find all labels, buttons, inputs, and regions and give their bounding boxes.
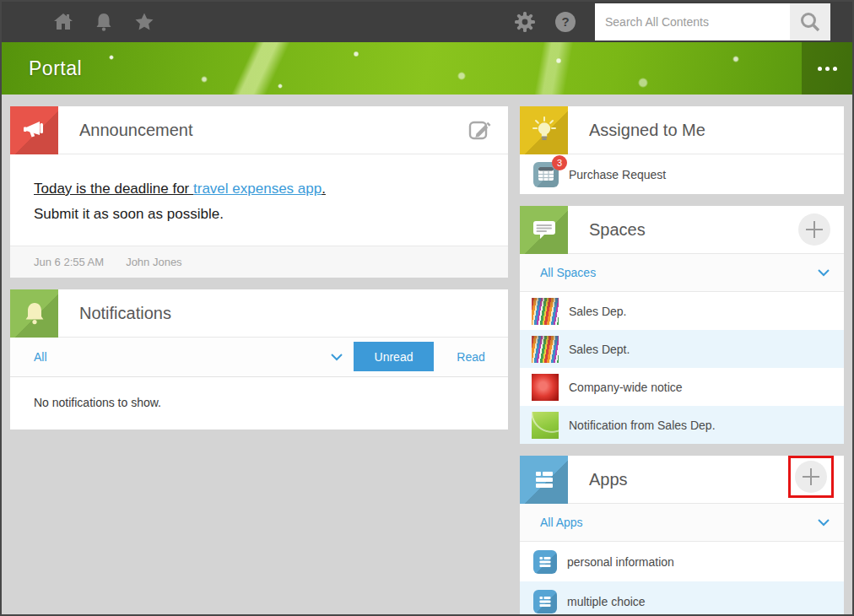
space-thumbnail-pencils <box>532 298 559 325</box>
portal-screen: ? Portal <box>0 0 854 616</box>
global-search <box>595 3 830 41</box>
space-item-company-wide-notice[interactable]: Company-wide notice <box>520 368 844 406</box>
notifications-header: Notifications <box>10 289 508 338</box>
notifications-empty-message: No notifications to show. <box>10 377 508 430</box>
plus-icon <box>805 220 824 239</box>
search-icon <box>799 11 821 33</box>
add-app-button[interactable] <box>795 461 827 493</box>
notifications-filter-value: All <box>34 350 47 364</box>
space-thumbnail-pencils <box>532 336 559 363</box>
notifications-filter-dropdown[interactable]: All <box>10 338 354 376</box>
announcement-footer: Jun 6 2:55 AM John Jones <box>10 246 508 278</box>
announcement-header: Announcement <box>10 106 508 154</box>
space-thumbnail-leaf <box>532 412 559 439</box>
chevron-down-icon <box>330 353 343 361</box>
unread-tab[interactable]: Unread <box>354 342 434 371</box>
help-icon[interactable]: ? <box>554 11 576 33</box>
portal-content: Announcement Today is the deadline for t… <box>2 95 852 616</box>
notifications-title: Notifications <box>79 304 171 323</box>
unread-count-badge: 3 <box>552 155 567 170</box>
red-annotation-rectangle <box>788 456 834 498</box>
speech-bubble-icon <box>520 206 568 254</box>
hamburger-menu-icon[interactable] <box>10 14 32 30</box>
assigned-item-purchase-request[interactable]: 3 Purchase Request <box>520 154 844 194</box>
lightbulb-icon <box>520 106 568 154</box>
top-navigation-bar: ? <box>2 2 852 42</box>
star-icon[interactable] <box>133 11 155 33</box>
spaces-filter-value: All Spaces <box>540 266 596 279</box>
svg-text:?: ? <box>561 14 569 29</box>
announcement-timestamp: Jun 6 2:55 AM <box>34 256 104 268</box>
space-item-notification-from-sales-dep[interactable]: Notification from Sales Dep. <box>520 406 844 444</box>
more-options-button[interactable] <box>802 42 852 95</box>
announcement-body: Today is the deadline for travel expense… <box>10 154 508 246</box>
app-list-icon <box>533 550 557 574</box>
announcement-title: Announcement <box>79 121 193 140</box>
chevron-down-icon <box>817 518 830 527</box>
notifications-filter-bar: All Unread Read <box>10 338 508 377</box>
space-thumbnail-rose <box>532 374 559 401</box>
purchase-request-app-icon: 3 <box>533 162 559 187</box>
read-tab[interactable]: Read <box>434 338 508 376</box>
edit-announcement-button[interactable] <box>466 116 493 145</box>
assigned-title: Assigned to Me <box>589 121 705 140</box>
app-item-multiple-choice[interactable]: multiple choice <box>520 581 844 616</box>
megaphone-icon <box>10 106 58 154</box>
edit-pencil-icon <box>466 116 493 143</box>
spaces-header: Spaces <box>520 206 844 254</box>
right-column: Assigned to Me 3 Purchase Request <box>520 106 844 616</box>
app-list-icon <box>533 590 557 613</box>
space-item-sales-dept[interactable]: Sales Dept. <box>520 330 844 368</box>
spaces-title: Spaces <box>589 220 646 240</box>
bell-icon[interactable] <box>93 11 115 33</box>
travel-expenses-app-link[interactable]: travel expenses app <box>193 181 322 197</box>
announcement-author: John Jones <box>126 256 182 268</box>
assigned-to-me-widget: Assigned to Me 3 Purchase Request <box>520 106 844 194</box>
notifications-widget: Notifications All Unread Read No notific… <box>10 289 508 430</box>
page-title: Portal <box>29 57 82 80</box>
apps-list-icon <box>520 456 568 504</box>
plus-icon <box>802 467 820 486</box>
announcement-line-1: Today is the deadline for travel expense… <box>34 176 484 202</box>
topbar-right-group: ? <box>514 3 852 41</box>
space-item-sales-dep[interactable]: Sales Dep. <box>520 292 844 330</box>
apps-header: Apps <box>520 456 844 504</box>
search-button[interactable] <box>790 3 830 41</box>
apps-filter-dropdown[interactable]: All Apps <box>520 504 844 542</box>
gear-icon[interactable] <box>514 11 536 33</box>
home-icon[interactable] <box>52 11 74 33</box>
apps-widget: Apps All Apps personal information <box>520 456 844 616</box>
spaces-widget: Spaces All Spaces Sales Dep. Sales Dept. <box>520 206 844 444</box>
left-column: Announcement Today is the deadline for t… <box>10 106 508 616</box>
app-item-personal-information[interactable]: personal information <box>520 542 844 581</box>
announcement-line-2: Submit it as soon as possible. <box>34 202 484 227</box>
portal-cover-banner: Portal <box>2 42 852 95</box>
assigned-item-label: Purchase Request <box>569 168 666 181</box>
search-input[interactable] <box>595 3 790 41</box>
assigned-header: Assigned to Me <box>520 106 844 154</box>
bell-widget-icon <box>10 289 58 338</box>
chevron-down-icon <box>817 268 830 277</box>
ellipsis-icon <box>818 67 822 71</box>
apps-filter-value: All Apps <box>540 516 583 529</box>
add-space-button[interactable] <box>798 213 830 246</box>
announcement-widget: Announcement Today is the deadline for t… <box>10 106 508 278</box>
apps-title: Apps <box>589 470 628 489</box>
spaces-filter-dropdown[interactable]: All Spaces <box>520 254 844 292</box>
